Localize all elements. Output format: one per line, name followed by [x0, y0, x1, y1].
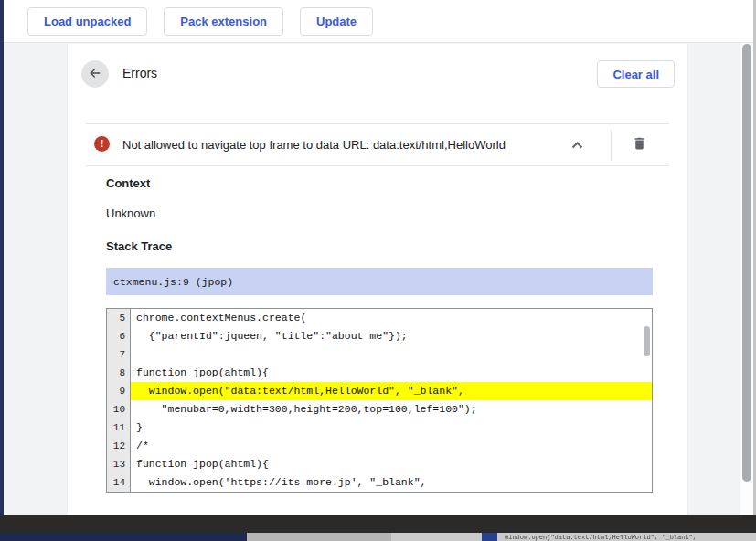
- stack-frame-row[interactable]: ctxmenu.js:9 (jpop): [106, 268, 653, 295]
- screen: Load unpackedPack extensionUpdate Errors…: [0, 0, 756, 541]
- code-line: 14 window.open('https://its-more.jp', "_…: [107, 473, 652, 492]
- extensions-toolbar: Load unpackedPack extensionUpdate: [4, 0, 753, 43]
- code-scrollbar-thumb[interactable]: [644, 326, 650, 356]
- line-number: 9: [107, 382, 131, 400]
- code-text: window.open('https://its-more.jp', "_bla…: [131, 473, 652, 492]
- collapse-button[interactable]: [568, 136, 586, 153]
- back-button[interactable]: [81, 60, 109, 88]
- error-icon: !: [94, 136, 110, 152]
- code-text: window.open("data:text/html,HelloWorld",…: [131, 382, 652, 400]
- code-line: 10 "menubar=0,width=300,height=200,top=1…: [107, 400, 652, 419]
- code-text: chrome.contextMenus.create(: [131, 309, 652, 327]
- code-text: }: [131, 419, 652, 437]
- code-text: [131, 345, 652, 364]
- code-text: function jpop(ahtml){: [131, 455, 652, 473]
- code-line: 8function jpop(ahtml){: [107, 364, 652, 382]
- trash-icon: [632, 141, 647, 154]
- line-number: 7: [107, 345, 131, 364]
- code-rows: 5chrome.contextMenus.create(6 {"parentId…: [107, 309, 652, 492]
- line-number: 5: [107, 309, 131, 327]
- stack-frame-label: ctxmenu.js:9 (jpop): [106, 276, 233, 288]
- divider: [86, 165, 669, 166]
- code-line: 11}: [107, 419, 652, 437]
- pack-extension-button[interactable]: Pack extension: [164, 7, 283, 36]
- background-window-gray: [247, 533, 391, 541]
- errors-card: Errors Clear all ! Not allowed to naviga…: [67, 44, 688, 515]
- code-viewer: 5chrome.contextMenus.create(6 {"parentId…: [106, 308, 653, 493]
- line-number: 8: [107, 364, 131, 382]
- error-list-item[interactable]: ! Not allowed to navigate top frame to d…: [86, 124, 669, 165]
- stack-trace-heading: Stack Trace: [106, 239, 172, 253]
- page-scrollbar-thumb[interactable]: [742, 44, 751, 482]
- code-text: {"parentId":jqueen, "title":"about me"})…: [131, 327, 652, 345]
- line-number: 12: [107, 437, 131, 455]
- code-line: 6 {"parentId":jqueen, "title":"about me"…: [107, 327, 652, 345]
- desktop-sliver: window.open("data:text/html,HelloWorld",…: [0, 533, 756, 541]
- player-toolbar: Reset 100 % 3:44: [0, 515, 756, 533]
- line-number: 10: [107, 400, 131, 419]
- clear-all-button[interactable]: Clear all: [597, 60, 675, 88]
- update-button[interactable]: Update: [300, 7, 373, 36]
- background-ghost-text: window.open("data:text/html,HelloWorld",…: [505, 534, 697, 541]
- code-line: 9 window.open("data:text/html,HelloWorld…: [107, 382, 652, 400]
- context-value: Unknown: [106, 207, 155, 220]
- code-text: /*: [131, 437, 652, 455]
- page-title: Errors: [122, 66, 157, 80]
- divider-vertical: [611, 130, 612, 161]
- back-arrow-icon: [88, 66, 102, 83]
- load-unpacked-button[interactable]: Load unpacked: [27, 7, 147, 36]
- chevron-up-icon: [571, 138, 583, 152]
- line-number: 6: [107, 327, 131, 345]
- background-window-block: [482, 533, 497, 541]
- line-number: 11: [107, 419, 131, 437]
- context-heading: Context: [106, 176, 150, 190]
- code-text: function jpop(ahtml){: [131, 364, 652, 382]
- line-number: 13: [107, 455, 131, 473]
- delete-error-button[interactable]: [629, 134, 649, 154]
- line-number: 14: [107, 473, 131, 492]
- code-line: 5chrome.contextMenus.create(: [107, 309, 652, 327]
- error-message: Not allowed to navigate top frame to dat…: [122, 138, 506, 152]
- code-text: "menubar=0,width=300,height=200,top=100,…: [131, 400, 652, 419]
- code-line: 7: [107, 345, 652, 364]
- code-line: 13function jpop(ahtml){: [107, 455, 652, 473]
- background-window-navy: [0, 533, 247, 541]
- code-line: 12/*: [107, 437, 652, 455]
